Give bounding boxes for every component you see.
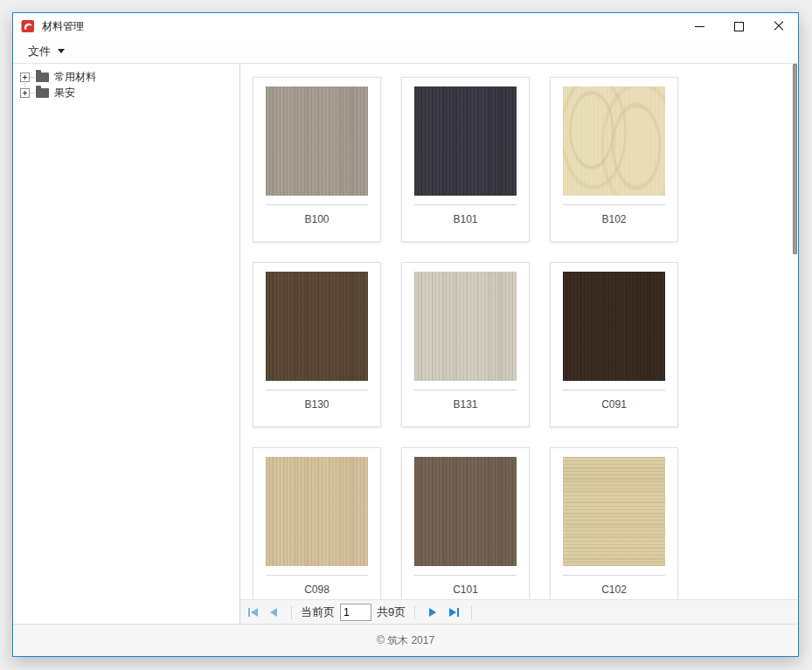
- material-card[interactable]: C098: [253, 447, 381, 599]
- material-code-label: C101: [402, 584, 529, 596]
- material-card[interactable]: C091: [550, 262, 678, 427]
- material-code-label: C102: [551, 584, 677, 596]
- pagination-bar: 当前页 共9页: [240, 599, 798, 624]
- card-divider: [563, 204, 665, 205]
- tree-item-label: 常用材料: [54, 70, 96, 85]
- material-card[interactable]: B102: [550, 77, 678, 242]
- material-manager-window: 材料管理 文件 常用材料 果安: [12, 12, 799, 657]
- card-divider: [266, 204, 368, 205]
- tree-item[interactable]: 常用材料: [20, 69, 239, 85]
- file-menu[interactable]: 文件: [28, 44, 65, 59]
- material-swatch-image: [563, 272, 665, 381]
- material-card[interactable]: B131: [401, 262, 530, 427]
- content-panel: B100 B101 B102 B130 B131 C091 C098 C101: [240, 64, 798, 624]
- footer: © 筑木 2017: [13, 624, 798, 656]
- card-divider: [414, 575, 517, 576]
- menu-bar: 文件: [13, 39, 798, 64]
- first-page-button[interactable]: [242, 602, 263, 623]
- next-page-icon: [429, 608, 436, 617]
- material-swatch-image: [414, 272, 517, 381]
- tree-connector: [30, 77, 34, 78]
- pagination-separator: [414, 605, 415, 619]
- copyright-text: © 筑木 2017: [377, 633, 434, 648]
- card-divider: [266, 575, 368, 576]
- tree-item[interactable]: 果安: [20, 85, 239, 100]
- window-controls: [680, 13, 798, 39]
- title-bar[interactable]: 材料管理: [13, 13, 798, 39]
- close-button[interactable]: [759, 13, 798, 39]
- window-title: 材料管理: [42, 19, 84, 34]
- material-tree: 常用材料 果安: [13, 69, 239, 100]
- desktop-background: 材料管理 文件 常用材料 果安: [0, 0, 812, 670]
- current-page-input[interactable]: [340, 604, 371, 621]
- minimize-icon: [695, 26, 704, 27]
- maximize-button[interactable]: [719, 13, 759, 39]
- material-swatch-image: [266, 272, 368, 381]
- material-swatch-image: [563, 457, 665, 566]
- material-code-label: B131: [402, 398, 529, 411]
- pagination-separator: [471, 605, 472, 619]
- material-code-label: C091: [551, 398, 677, 411]
- material-code-label: B101: [402, 213, 529, 225]
- app-logo-icon: [21, 19, 35, 33]
- material-code-label: C098: [253, 584, 380, 596]
- material-card[interactable]: C102: [550, 447, 678, 599]
- window-body: 常用材料 果安 B100 B101 B102 B130: [13, 64, 798, 624]
- maximize-icon: [734, 22, 744, 31]
- file-menu-label: 文件: [28, 44, 51, 59]
- current-page-label: 当前页: [301, 604, 335, 620]
- pagination-separator: [291, 605, 292, 619]
- folder-icon: [36, 73, 49, 82]
- material-card[interactable]: C101: [401, 447, 530, 599]
- material-swatch-image: [414, 457, 517, 566]
- material-swatch-image: [266, 86, 368, 196]
- card-divider: [266, 390, 368, 390]
- chevron-down-icon: [58, 49, 65, 53]
- material-grid: B100 B101 B102 B130 B131 C091 C098 C101: [253, 77, 798, 599]
- material-card[interactable]: B130: [253, 262, 381, 427]
- card-divider: [414, 390, 517, 390]
- folder-icon: [36, 88, 49, 98]
- previous-page-button[interactable]: [263, 602, 284, 623]
- material-card[interactable]: B101: [401, 77, 530, 242]
- material-code-label: B100: [253, 213, 380, 225]
- first-page-icon: [248, 608, 250, 617]
- card-divider: [563, 575, 665, 576]
- sidebar: 常用材料 果安: [13, 64, 240, 624]
- expand-plus-icon[interactable]: [20, 88, 30, 98]
- last-page-icon: [449, 608, 456, 617]
- tree-item-label: 果安: [54, 86, 75, 100]
- material-code-label: B102: [551, 213, 677, 225]
- previous-page-icon: [270, 608, 277, 617]
- material-swatch-image: [266, 457, 368, 566]
- material-grid-viewport[interactable]: B100 B101 B102 B130 B131 C091 C098 C101: [240, 64, 798, 599]
- material-swatch-image: [414, 86, 517, 196]
- last-page-button[interactable]: [443, 602, 464, 623]
- expand-plus-icon[interactable]: [20, 73, 30, 82]
- tree-connector: [30, 93, 34, 93]
- total-pages-label: 共9页: [377, 604, 406, 620]
- material-code-label: B130: [253, 398, 380, 411]
- vertical-scrollbar-thumb[interactable]: [793, 64, 797, 254]
- material-card[interactable]: B100: [253, 77, 381, 242]
- next-page-button[interactable]: [422, 602, 443, 623]
- card-divider: [563, 390, 665, 390]
- close-icon: [774, 21, 784, 31]
- material-swatch-image: [563, 86, 665, 196]
- minimize-button[interactable]: [680, 13, 719, 39]
- card-divider: [414, 204, 517, 205]
